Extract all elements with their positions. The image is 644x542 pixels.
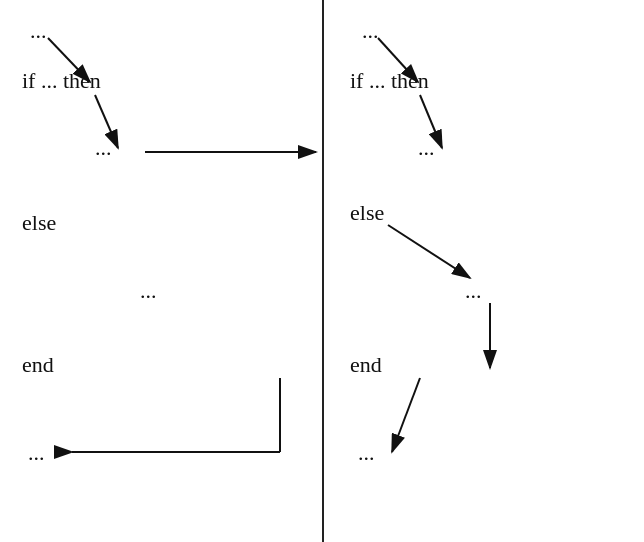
left-ellipsis-else: ...: [140, 278, 157, 304]
vertical-divider: [322, 0, 324, 542]
left-end: end: [22, 352, 54, 378]
right-ellipsis-bottom: ...: [358, 440, 375, 466]
right-ellipsis-mid: ...: [418, 135, 435, 161]
right-ellipsis-else: ...: [465, 278, 482, 304]
diagram-container: ... if ... then ... else ... end ... ...…: [0, 0, 644, 542]
left-ellipsis-mid: ...: [95, 135, 112, 161]
left-ellipsis-bottom: ...: [28, 440, 45, 466]
left-ellipsis-top: ...: [30, 18, 47, 44]
right-if-then: if ... then: [350, 68, 429, 94]
right-arrow-else-to-ellipsis: [388, 225, 470, 278]
left-if-then: if ... then: [22, 68, 101, 94]
right-end: end: [350, 352, 382, 378]
left-else: else: [22, 210, 56, 236]
right-arrow-end-to-bottom: [392, 378, 420, 452]
right-ellipsis-top: ...: [362, 18, 379, 44]
right-else: else: [350, 200, 384, 226]
